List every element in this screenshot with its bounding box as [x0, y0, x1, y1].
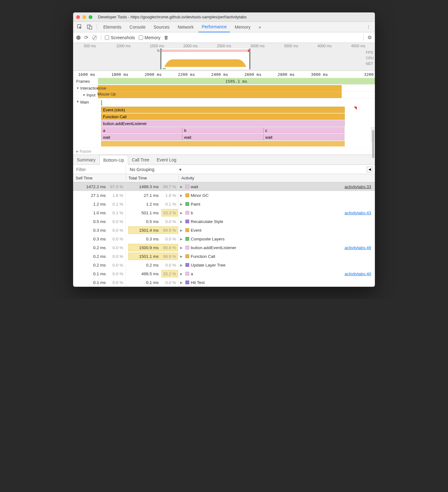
table-row[interactable]: 0.1 ms0.0 %499.5 ms33.2 %▶aactivitytabs:…: [73, 269, 375, 278]
table-row[interactable]: 0.3 ms0.0 %0.3 ms0.0 %▶Composite Layers: [73, 234, 375, 243]
flame-chart[interactable]: 1600 ms1800 ms2000 ms2200 ms2400 ms2600 …: [73, 71, 375, 155]
fps-drop-marker: [248, 49, 249, 52]
activity-swatch: [185, 193, 189, 197]
expand-icon[interactable]: ▶: [180, 202, 184, 206]
col-activity[interactable]: Activity: [179, 176, 375, 180]
table-row[interactable]: 0.5 ms0.0 %0.5 ms0.0 %▶Recalculate Style: [73, 217, 375, 226]
expand-icon[interactable]: ▶: [180, 194, 184, 197]
expand-icon[interactable]: ▶: [180, 211, 184, 215]
table-row[interactable]: 0.2 ms0.0 %1501.1 ms99.9 %▶Function Call: [73, 252, 375, 261]
fn-a-bar[interactable]: a: [101, 127, 182, 133]
reload-icon[interactable]: ⟳: [84, 35, 88, 40]
source-link[interactable]: activitytabs:43: [344, 211, 371, 215]
source-link[interactable]: activitytabs:33: [344, 184, 371, 189]
table-row[interactable]: 0.2 ms0.0 %1500.9 ms99.8 %▶button.addEve…: [73, 243, 375, 252]
titlebar: Developer Tools - https://googlechrome.g…: [73, 12, 375, 22]
fn-b-bar[interactable]: b: [182, 127, 264, 133]
col-self-time[interactable]: Self Time: [73, 176, 126, 180]
table-row[interactable]: 1.2 ms0.1 %1.2 ms0.1 %▶Paint: [73, 200, 375, 208]
expand-icon[interactable]: ▶: [180, 281, 184, 284]
minimize-icon[interactable]: [82, 15, 86, 19]
input-track[interactable]: ▼Input Mouse Up: [73, 91, 375, 98]
scrollbar[interactable]: [371, 127, 375, 142]
table-row[interactable]: 27.1 ms1.8 %27.1 ms1.8 %▶Minor GC: [73, 191, 375, 200]
source-link[interactable]: activitytabs:40: [344, 272, 371, 276]
activity-name: Recalculate Style: [191, 219, 223, 224]
activity-name: button.addEventListener: [191, 245, 236, 250]
table-row[interactable]: 0.1 ms0.0 %0.1 ms0.0 %▶Hit Test: [73, 278, 375, 287]
listener-bar[interactable]: button.addEventListener: [101, 120, 345, 127]
grouping-select[interactable]: No Grouping ▾: [126, 167, 185, 172]
expand-icon[interactable]: ▶: [180, 185, 184, 188]
activity-swatch: [185, 220, 189, 223]
fn-c-bar[interactable]: c: [264, 127, 345, 133]
memory-checkbox[interactable]: Memory: [139, 35, 161, 40]
long-task-marker: [354, 107, 357, 110]
event-click-bar[interactable]: Event (click): [101, 107, 345, 113]
tab-network[interactable]: Network: [175, 22, 197, 32]
interactions-track[interactable]: ▼Interactions onse: [73, 85, 375, 91]
micro-tasks: [101, 141, 345, 146]
device-toggle-icon[interactable]: [86, 23, 94, 31]
clear-icon[interactable]: [92, 35, 97, 40]
col-total-time[interactable]: Total Time: [126, 176, 179, 180]
dtab-event-log[interactable]: Event Log: [153, 155, 180, 165]
trash-icon[interactable]: 🗑: [164, 35, 169, 40]
table-row[interactable]: 0.2 ms0.0 %0.2 ms0.0 %▶Update Layer Tree: [73, 261, 375, 269]
table-row[interactable]: 0.3 ms0.0 %1501.4 ms99.9 %▶Event: [73, 226, 375, 234]
frames-track[interactable]: Frames 1505.1 ms: [73, 78, 375, 85]
filter-input[interactable]: [73, 165, 126, 174]
overview-selection[interactable]: ls: [160, 49, 250, 69]
dtab-call-tree[interactable]: Call Tree: [128, 155, 153, 165]
devtools-window: Developer Tools - https://googlechrome.g…: [73, 12, 375, 287]
record-icon[interactable]: [76, 35, 81, 40]
expand-icon[interactable]: ▶: [180, 229, 184, 232]
table-row[interactable]: 1472.2 ms97.9 %1499.3 ms99.7 %▶waitactiv…: [73, 182, 375, 191]
function-call-bar[interactable]: Function Call: [101, 114, 345, 120]
overview-pane[interactable]: 500 ms1000 ms1500 ms2000 ms2500 ms3000 m…: [73, 43, 375, 71]
chevron-down-icon: ▾: [179, 167, 181, 172]
expand-icon[interactable]: ▶: [180, 255, 184, 258]
main-track[interactable]: ▼Main Event (click) Function Call button…: [73, 98, 375, 148]
frame-bar[interactable]: 1505.1 ms: [98, 78, 375, 84]
raster-track[interactable]: ▶Raster: [73, 148, 375, 155]
wait-b-bar[interactable]: wait: [182, 134, 264, 140]
activity-swatch: [185, 263, 189, 267]
tab-performance[interactable]: Performance: [198, 22, 230, 32]
table-row[interactable]: 1.0 ms0.1 %501.1 ms33.3 %▶bactivitytabs:…: [73, 208, 375, 217]
overview-ruler: 500 ms1000 ms1500 ms2000 ms2500 ms3000 m…: [73, 44, 375, 48]
input-bar[interactable]: [98, 92, 342, 98]
dtab-bottom-up[interactable]: Bottom-Up: [99, 155, 128, 165]
activity-swatch: [185, 246, 189, 249]
source-link[interactable]: activitytabs:49: [344, 245, 371, 250]
interaction-bar[interactable]: [98, 85, 342, 91]
tab-memory[interactable]: Memory: [232, 22, 254, 32]
input-label: ▼Input: [73, 92, 98, 98]
expand-icon[interactable]: ▶: [180, 237, 184, 241]
cpu-chart: [163, 59, 248, 67]
zoom-icon[interactable]: [89, 15, 92, 19]
scroll-thumb[interactable]: [372, 130, 374, 158]
dtab-summary[interactable]: Summary: [73, 155, 99, 165]
kebab-menu-icon[interactable]: ⋮: [364, 23, 372, 31]
expand-icon[interactable]: ▶: [180, 246, 184, 249]
wait-c-bar[interactable]: wait: [264, 134, 345, 140]
show-heaviest-stack-icon[interactable]: ◀: [367, 167, 372, 172]
screenshots-checkbox[interactable]: Screenshots: [105, 35, 135, 40]
details-tabs: Summary Bottom-Up Call Tree Event Log: [73, 155, 375, 165]
wait-a-bar[interactable]: wait: [101, 134, 182, 140]
expand-icon[interactable]: ▶: [180, 220, 184, 223]
tab-sources[interactable]: Sources: [151, 22, 173, 32]
tab-elements[interactable]: Elements: [100, 22, 124, 32]
tab-console[interactable]: Console: [126, 22, 148, 32]
close-icon[interactable]: [76, 15, 80, 19]
inspect-icon[interactable]: [76, 23, 84, 31]
activity-swatch: [185, 272, 189, 276]
memory-label: Memory: [145, 35, 161, 40]
panel-tabs: Elements Console Sources Network Perform…: [73, 22, 375, 32]
tab-overflow[interactable]: »: [255, 22, 264, 32]
expand-icon[interactable]: ▶: [180, 263, 184, 267]
gear-icon[interactable]: ⚙: [367, 35, 372, 40]
expand-icon[interactable]: ▶: [180, 272, 184, 276]
activity-swatch: [185, 228, 189, 232]
